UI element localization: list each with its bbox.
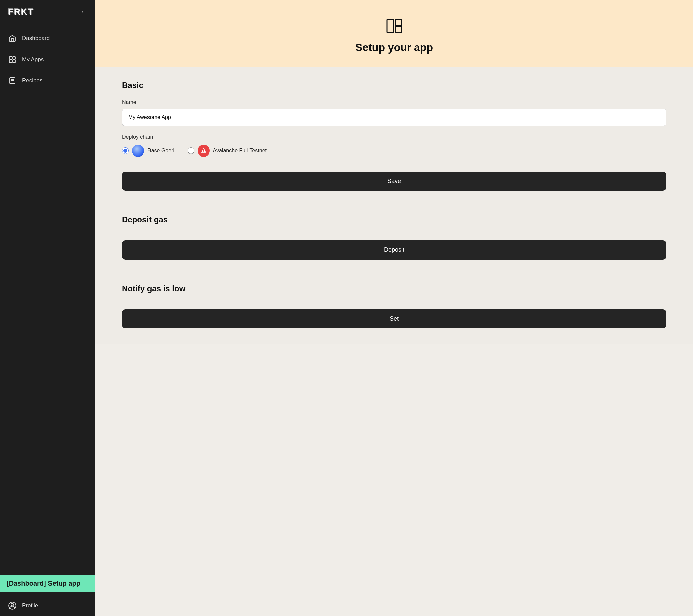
svg-point-9 <box>11 603 14 606</box>
sidebar-item-dashboard-label: Dashboard <box>22 35 50 42</box>
chain-option-avalanche-fuji[interactable]: Avalanche Fuji Testnet <box>187 145 266 157</box>
apps-icon <box>8 55 17 64</box>
deploy-chain-group: Deploy chain Base Goerli <box>122 134 666 157</box>
svg-rect-2 <box>13 60 15 62</box>
name-input[interactable] <box>122 109 666 126</box>
profile-item[interactable]: Profile <box>8 601 87 610</box>
sidebar-item-my-apps[interactable]: My Apps <box>0 49 95 70</box>
home-icon <box>8 34 17 43</box>
chain-option-base-goerli[interactable]: Base Goerli <box>122 145 176 157</box>
app-layout-icon <box>384 16 404 36</box>
base-goerli-icon <box>132 145 144 157</box>
breadcrumb: [Dashboard] Setup app <box>0 575 95 592</box>
svg-rect-11 <box>395 19 402 25</box>
svg-rect-0 <box>9 57 12 59</box>
deposit-section-title: Deposit gas <box>122 215 666 224</box>
collapse-sidebar-button[interactable]: › <box>78 7 87 17</box>
svg-rect-12 <box>395 27 402 33</box>
logo: FRKT <box>8 7 34 17</box>
chain-radio-base-goerli[interactable] <box>122 147 129 154</box>
divider-1 <box>122 203 666 203</box>
name-field-group: Name <box>122 99 666 126</box>
sidebar-item-dashboard[interactable]: Dashboard <box>0 28 95 49</box>
basic-section: Basic Name Deploy chain Base Goerli <box>122 81 666 191</box>
notify-gas-section: Notify gas is low Set <box>122 284 666 329</box>
sidebar-item-recipes-label: Recipes <box>22 77 42 84</box>
hero-title: Setup your app <box>355 41 433 54</box>
recipes-icon <box>8 76 17 85</box>
sidebar-item-recipes[interactable]: Recipes <box>0 70 95 91</box>
profile-label: Profile <box>22 602 38 609</box>
set-button[interactable]: Set <box>122 309 666 329</box>
chevron-right-icon: › <box>82 8 84 15</box>
svg-rect-1 <box>13 57 15 59</box>
main-content: Setup your app Basic Name Deploy chain B… <box>95 0 693 616</box>
divider-2 <box>122 272 666 272</box>
deploy-chain-label: Deploy chain <box>122 134 666 140</box>
svg-rect-10 <box>387 19 394 33</box>
content-section: Basic Name Deploy chain Base Goerli <box>95 67 693 344</box>
chain-label-avalanche-fuji: Avalanche Fuji Testnet <box>213 148 266 154</box>
basic-section-title: Basic <box>122 81 666 90</box>
profile-icon <box>8 601 17 610</box>
chain-label-base-goerli: Base Goerli <box>147 148 176 154</box>
sidebar-header: FRKT › <box>0 0 95 24</box>
name-label: Name <box>122 99 666 105</box>
chain-radio-avalanche-fuji[interactable] <box>187 147 194 154</box>
chain-options: Base Goerli Avalanche Fuji Testnet <box>122 145 666 157</box>
nav-items: Dashboard My Apps <box>0 24 95 595</box>
save-button[interactable]: Save <box>122 172 666 191</box>
notify-section-title: Notify gas is low <box>122 284 666 293</box>
deposit-button[interactable]: Deposit <box>122 240 666 259</box>
hero-section: Setup your app <box>95 0 693 67</box>
avalanche-fuji-icon <box>198 145 210 157</box>
svg-rect-3 <box>9 60 12 62</box>
sidebar-item-my-apps-label: My Apps <box>22 56 44 63</box>
sidebar-footer: Profile <box>0 595 95 616</box>
sidebar: FRKT › Dashboard My <box>0 0 95 616</box>
deposit-gas-section: Deposit gas Deposit <box>122 215 666 259</box>
